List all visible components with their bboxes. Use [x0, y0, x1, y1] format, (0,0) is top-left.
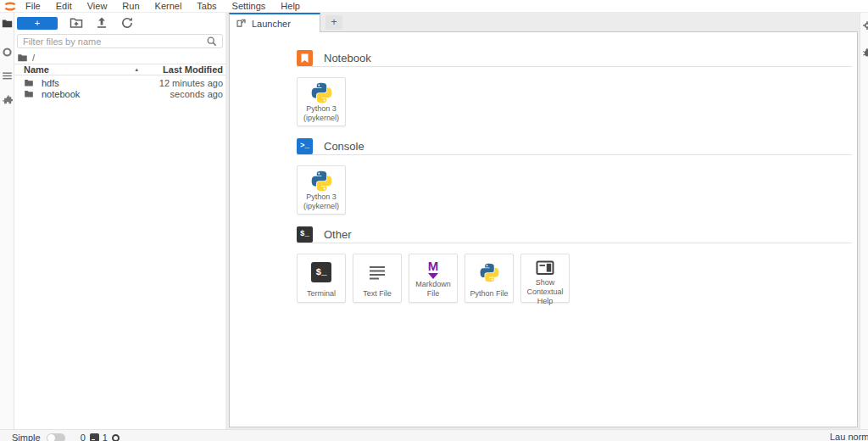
launcher-card-markdown-file[interactable]: M Markdown File — [409, 254, 458, 303]
extension-manager-icon[interactable] — [2, 94, 13, 105]
card-label: Markdown File — [409, 280, 457, 299]
terminal-icon: $_ — [297, 226, 313, 243]
card-label: Python File — [468, 289, 509, 299]
section-divider — [297, 243, 852, 243]
launcher-section-console: >_ Console Python 3 (ipykernel) — [297, 137, 852, 215]
python-icon — [310, 170, 333, 193]
file-modified: 12 minutes ago — [159, 78, 223, 88]
file-name: notebook — [42, 89, 80, 99]
launcher-card-notebook-python3[interactable]: Python 3 (ipykernel) — [297, 77, 346, 126]
terminal-icon: $_ — [311, 262, 331, 282]
left-activity-bar — [0, 13, 14, 429]
launcher-section-notebook: Notebook Python 3 (ipykernel) — [297, 49, 852, 126]
folder-icon — [24, 78, 34, 87]
launcher-card-console-python3[interactable]: Python 3 (ipykernel) — [297, 165, 346, 215]
tab-launcher[interactable]: Launcher — [229, 13, 320, 32]
menu-file[interactable]: File — [18, 0, 48, 13]
kernels-count: 1 — [103, 433, 108, 441]
launcher-section-other: $_ Other $_ Terminal — [297, 226, 852, 303]
status-bar: Simple 0 1 — [0, 429, 868, 441]
simple-mode-label: Simple — [12, 433, 41, 441]
menubar: File Edit View Run Kernel Tabs Settings … — [0, 0, 868, 13]
breadcrumb-root[interactable]: / — [32, 53, 35, 63]
section-title: Console — [324, 140, 364, 153]
section-title: Other — [324, 228, 352, 241]
python-icon — [310, 81, 333, 104]
breadcrumb[interactable]: / — [17, 52, 35, 64]
terminals-count: 0 — [81, 433, 86, 441]
launcher-card-terminal[interactable]: $_ Terminal — [297, 254, 346, 303]
filter-files-input[interactable] — [18, 36, 206, 47]
text-lines-icon — [367, 262, 387, 282]
add-tab-button[interactable]: + — [326, 15, 342, 30]
filter-files-box — [17, 34, 223, 48]
menu-tabs[interactable]: Tabs — [189, 0, 224, 13]
terminal-status-icon — [90, 433, 99, 441]
table-of-contents-icon[interactable] — [2, 70, 13, 81]
name-column-header[interactable]: Name — [24, 64, 49, 75]
simple-mode-toggle[interactable] — [47, 433, 65, 441]
file-row-notebook[interactable]: notebook seconds ago — [14, 88, 225, 99]
menu-edit[interactable]: Edit — [48, 0, 80, 13]
search-icon — [206, 36, 218, 47]
file-browser-panel: + / Name ▲ Last Modified — [14, 13, 225, 429]
home-folder-icon[interactable] — [17, 53, 28, 63]
menu-view[interactable]: View — [80, 0, 115, 13]
menu-settings[interactable]: Settings — [225, 0, 274, 13]
launcher-card-text-file[interactable]: Text File — [353, 254, 402, 303]
new-folder-icon[interactable] — [70, 16, 83, 30]
file-browser-icon[interactable] — [2, 18, 13, 29]
card-label: Terminal — [305, 289, 337, 299]
section-divider — [297, 66, 852, 67]
menu-help[interactable]: Help — [273, 0, 308, 13]
running-sessions-icon[interactable] — [2, 47, 13, 58]
python-icon — [479, 262, 500, 283]
debugger-bug-icon[interactable] — [862, 47, 868, 58]
section-header: >_ Console — [297, 137, 852, 154]
folder-icon — [24, 89, 34, 98]
section-header: Notebook — [297, 49, 852, 66]
modified-column-header[interactable]: Last Modified — [163, 64, 223, 75]
new-launcher-button[interactable]: + — [17, 17, 58, 30]
file-browser-toolbar: + — [14, 15, 225, 31]
launcher-tab-icon — [236, 18, 247, 29]
sort-ascending-icon[interactable]: ▲ — [134, 67, 139, 72]
card-label: Text File — [361, 289, 393, 299]
menu-kernel[interactable]: Kernel — [147, 0, 190, 13]
launcher-panel: Notebook Python 3 (ipykernel) — [229, 31, 858, 427]
file-name: hdfs — [42, 78, 59, 88]
upload-icon[interactable] — [95, 16, 108, 30]
section-title: Notebook — [324, 52, 371, 64]
file-modified: seconds ago — [170, 89, 223, 99]
launcher-card-contextual-help[interactable]: Show Contextual Help — [520, 254, 570, 303]
sessions-indicator[interactable]: 0 1 — [81, 432, 120, 441]
tab-label: Launcher — [252, 19, 291, 29]
contextual-help-icon — [535, 258, 555, 278]
card-label: Show Contextual Help — [521, 278, 569, 305]
section-divider — [297, 154, 852, 155]
refresh-icon[interactable] — [120, 16, 134, 30]
file-row-hdfs[interactable]: hdfs 12 minutes ago — [14, 77, 225, 88]
property-inspector-icon[interactable] — [862, 20, 868, 31]
status-bar-right-text: Lau norm — [830, 432, 868, 441]
kernel-status-icon — [112, 434, 120, 441]
main-dock-area: Launcher + Notebook — [225, 13, 868, 429]
section-header: $_ Other — [297, 226, 852, 243]
launcher-card-python-file[interactable]: Python File — [465, 254, 514, 303]
file-list-header: Name ▲ Last Modified — [14, 64, 225, 75]
markdown-icon: M — [428, 260, 439, 279]
card-label: Python 3 (ipykernel) — [302, 193, 341, 211]
jupyter-logo-icon — [3, 1, 18, 12]
console-icon: >_ — [297, 138, 313, 154]
right-activity-bar — [860, 13, 868, 429]
card-label: Python 3 (ipykernel) — [302, 104, 341, 123]
menu-run[interactable]: Run — [114, 0, 147, 13]
notebook-icon — [297, 50, 313, 66]
